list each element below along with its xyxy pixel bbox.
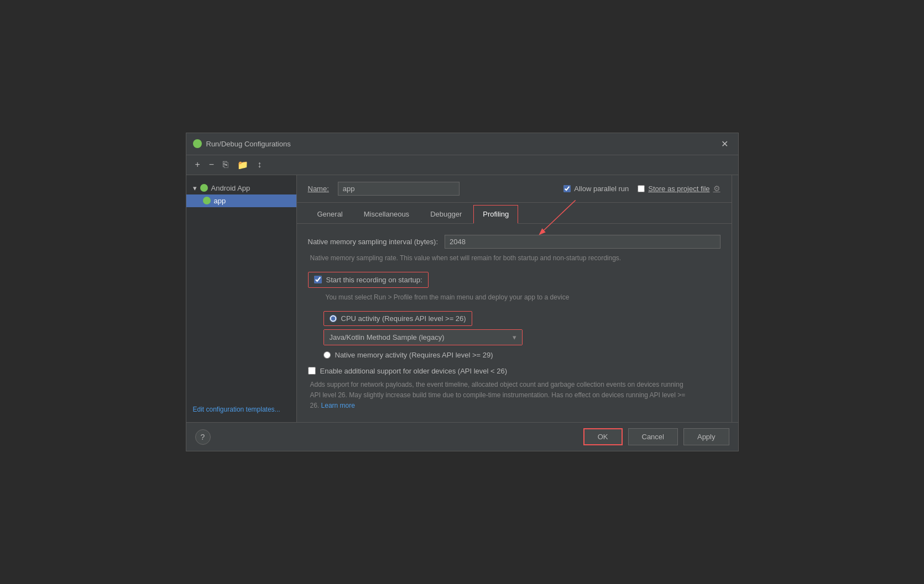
- method-select-row: Java/Kotlin Method Sample (legacy) Java/…: [323, 329, 523, 345]
- addon-checkbox[interactable]: [308, 367, 316, 375]
- scrollbar[interactable]: [732, 175, 738, 423]
- startup-recording-label: Start this recording on startup:: [326, 276, 422, 284]
- native-memory-radio[interactable]: [323, 351, 331, 359]
- native-memory-label: Native memory activity (Requires API lev…: [335, 351, 493, 359]
- tab-general-label: General: [317, 210, 343, 218]
- group-label: Android App: [211, 184, 250, 192]
- main-content: Name: Allow parallel run Store as projec…: [297, 175, 732, 423]
- sampling-help: Native memory sampling rate. This value …: [308, 253, 721, 263]
- tab-profiling-label: Profiling: [483, 210, 509, 218]
- android-group-icon: [200, 184, 208, 192]
- name-label: Name:: [308, 185, 329, 193]
- title-bar: Run/Debug Configurations ✕: [186, 133, 738, 155]
- dialog-footer: ? OK Cancel Apply: [186, 422, 738, 451]
- sampling-input[interactable]: [445, 235, 720, 249]
- allow-parallel-label[interactable]: Allow parallel run: [563, 185, 629, 193]
- startup-recording-row: Start this recording on startup:: [308, 272, 429, 288]
- tab-miscellaneous-label: Miscellaneous: [364, 210, 409, 218]
- chevron-down-icon: ▾: [193, 184, 197, 192]
- native-memory-row: Native memory activity (Requires API lev…: [323, 351, 721, 359]
- sampling-label: Native memory sampling interval (bytes):: [308, 238, 438, 246]
- tab-debugger[interactable]: Debugger: [421, 205, 471, 223]
- tab-miscellaneous[interactable]: Miscellaneous: [354, 205, 419, 223]
- close-button[interactable]: ✕: [718, 138, 732, 150]
- sidebar-item-app[interactable]: app: [186, 194, 296, 207]
- gear-icon[interactable]: ⚙: [713, 184, 721, 193]
- tab-debugger-label: Debugger: [430, 210, 462, 218]
- store-label: Store as project file ⚙: [638, 184, 720, 193]
- cancel-button[interactable]: Cancel: [628, 428, 678, 445]
- header-options: Allow parallel run Store as project file…: [563, 184, 720, 193]
- footer-right: OK Cancel Apply: [583, 428, 729, 445]
- method-select[interactable]: Java/Kotlin Method Sample (legacy) Java/…: [324, 330, 522, 345]
- android-title-icon: [193, 139, 202, 148]
- android-app-group-header[interactable]: ▾ Android App: [186, 182, 296, 194]
- sidebar-item-label: app: [214, 197, 226, 205]
- dialog-title: Run/Debug Configurations: [206, 140, 291, 148]
- tab-profiling[interactable]: Profiling: [473, 205, 518, 223]
- apply-button[interactable]: Apply: [683, 428, 729, 445]
- addon-help-text-content: Adds support for network payloads, the e…: [310, 381, 686, 409]
- tabs: General Miscellaneous Debugger Profiling: [297, 205, 732, 224]
- toolbar: + − ⎘ 📁 ↕: [186, 155, 738, 175]
- learn-more-link[interactable]: Learn more: [321, 402, 355, 409]
- cpu-activity-row: CPU activity (Requires API level >= 26): [323, 311, 472, 326]
- edit-templates-link[interactable]: Edit configuration templates...: [186, 401, 296, 418]
- sidebar-tree: ▾ Android App app: [186, 180, 296, 402]
- help-button[interactable]: ?: [195, 429, 211, 445]
- profiling-tab-content: Native memory sampling interval (bytes):…: [297, 224, 732, 423]
- dialog-body: ▾ Android App app Edit configuration tem…: [186, 175, 738, 423]
- startup-help: You must select Run > Profile from the m…: [323, 292, 721, 302]
- sampling-row: Native memory sampling interval (bytes):: [308, 235, 721, 249]
- allow-parallel-checkbox[interactable]: [563, 185, 571, 192]
- cpu-activity-label: CPU activity (Requires API level >= 26): [341, 314, 466, 323]
- remove-config-button[interactable]: −: [207, 159, 216, 171]
- sidebar: ▾ Android App app Edit configuration tem…: [186, 175, 297, 423]
- allow-parallel-text: Allow parallel run: [574, 185, 629, 193]
- name-input[interactable]: [338, 182, 460, 196]
- config-header: Name: Allow parallel run Store as projec…: [297, 175, 732, 203]
- title-bar-left: Run/Debug Configurations: [193, 139, 291, 148]
- startup-options-section: You must select Run > Profile from the m…: [308, 292, 721, 359]
- addon-label: Enable additional support for older devi…: [320, 367, 508, 375]
- sort-config-button[interactable]: ↕: [255, 159, 264, 171]
- copy-config-button[interactable]: ⎘: [221, 159, 231, 171]
- run-debug-dialog: Run/Debug Configurations ✕ + − ⎘ 📁 ↕ ▾ A…: [186, 133, 739, 452]
- folder-config-button[interactable]: 📁: [235, 159, 250, 171]
- footer-left: ?: [195, 429, 211, 445]
- add-config-button[interactable]: +: [193, 159, 202, 171]
- addon-help-text: Adds support for network payloads, the e…: [308, 380, 695, 412]
- method-select-wrapper: Java/Kotlin Method Sample (legacy) Java/…: [324, 330, 522, 345]
- store-project-checkbox[interactable]: [638, 185, 645, 192]
- android-item-icon: [203, 197, 211, 204]
- startup-recording-checkbox[interactable]: [314, 276, 322, 283]
- store-label-text: Store as project file: [648, 185, 709, 193]
- android-app-group: ▾ Android App app: [186, 180, 296, 209]
- cpu-activity-radio[interactable]: [330, 315, 337, 322]
- name-label-text: Name:: [308, 185, 329, 193]
- tab-general[interactable]: General: [308, 205, 352, 223]
- addon-checkbox-row: Enable additional support for older devi…: [308, 367, 721, 375]
- ok-button[interactable]: OK: [583, 428, 623, 445]
